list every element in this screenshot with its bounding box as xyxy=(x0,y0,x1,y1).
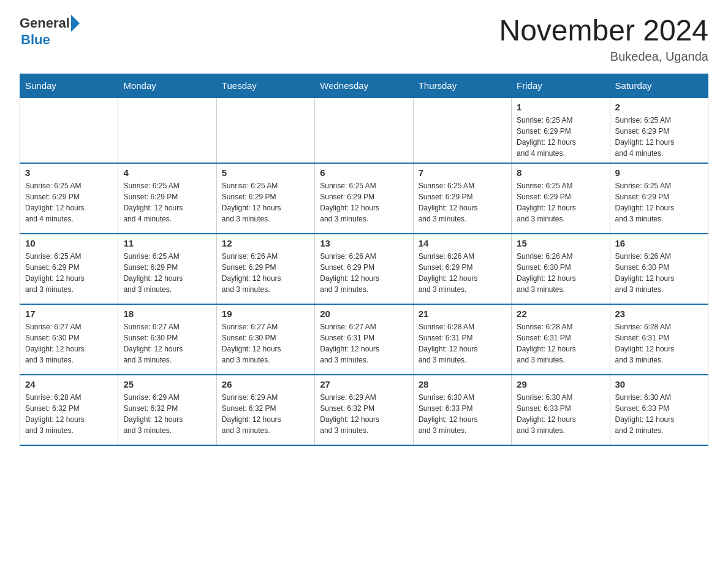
day-info: Sunrise: 6:26 AMSunset: 6:29 PMDaylight:… xyxy=(320,251,408,295)
calendar-cell: 7Sunrise: 6:25 AMSunset: 6:29 PMDaylight… xyxy=(413,163,511,234)
day-info: Sunrise: 6:27 AMSunset: 6:30 PMDaylight:… xyxy=(222,321,309,366)
calendar-cell: 22Sunrise: 6:28 AMSunset: 6:31 PMDayligh… xyxy=(512,304,610,375)
day-info: Sunrise: 6:28 AMSunset: 6:32 PMDaylight:… xyxy=(25,392,113,436)
col-saturday: Saturday xyxy=(610,74,708,98)
calendar-cell: 11Sunrise: 6:25 AMSunset: 6:29 PMDayligh… xyxy=(118,234,216,304)
day-info: Sunrise: 6:28 AMSunset: 6:31 PMDaylight:… xyxy=(419,321,506,366)
calendar-week-3: 10Sunrise: 6:25 AMSunset: 6:29 PMDayligh… xyxy=(20,234,708,304)
day-number: 4 xyxy=(123,167,211,178)
day-number: 9 xyxy=(615,167,703,178)
day-number: 1 xyxy=(517,102,604,112)
calendar-cell: 6Sunrise: 6:25 AMSunset: 6:29 PMDaylight… xyxy=(315,163,413,234)
day-info: Sunrise: 6:25 AMSunset: 6:29 PMDaylight:… xyxy=(615,115,703,159)
col-friday: Friday xyxy=(512,74,610,98)
calendar-cell xyxy=(315,98,413,163)
calendar-cell: 13Sunrise: 6:26 AMSunset: 6:29 PMDayligh… xyxy=(315,234,413,304)
day-info: Sunrise: 6:25 AMSunset: 6:29 PMDaylight:… xyxy=(25,251,113,295)
calendar-title: November 2024 xyxy=(499,15,708,47)
calendar-cell: 4Sunrise: 6:25 AMSunset: 6:29 PMDaylight… xyxy=(118,163,216,234)
day-info: Sunrise: 6:28 AMSunset: 6:31 PMDaylight:… xyxy=(517,321,604,366)
calendar-cell: 27Sunrise: 6:29 AMSunset: 6:32 PMDayligh… xyxy=(315,375,413,445)
day-info: Sunrise: 6:29 AMSunset: 6:32 PMDaylight:… xyxy=(123,392,211,436)
col-tuesday: Tuesday xyxy=(216,74,314,98)
day-info: Sunrise: 6:29 AMSunset: 6:32 PMDaylight:… xyxy=(320,392,408,436)
calendar-cell xyxy=(216,98,314,163)
day-info: Sunrise: 6:25 AMSunset: 6:29 PMDaylight:… xyxy=(517,180,604,224)
day-number: 27 xyxy=(320,379,408,389)
day-number: 23 xyxy=(615,308,703,319)
title-area: November 2024 Bukedea, Uganda xyxy=(499,15,708,64)
calendar-cell xyxy=(413,98,511,163)
day-info: Sunrise: 6:26 AMSunset: 6:30 PMDaylight:… xyxy=(615,251,703,295)
calendar-cell: 14Sunrise: 6:26 AMSunset: 6:29 PMDayligh… xyxy=(413,234,511,304)
day-number: 29 xyxy=(517,379,604,389)
day-info: Sunrise: 6:26 AMSunset: 6:30 PMDaylight:… xyxy=(517,251,604,295)
day-number: 18 xyxy=(123,308,211,319)
day-number: 10 xyxy=(25,238,113,248)
logo-general-text: General xyxy=(20,15,70,31)
calendar-week-4: 17Sunrise: 6:27 AMSunset: 6:30 PMDayligh… xyxy=(20,304,708,375)
calendar-cell: 8Sunrise: 6:25 AMSunset: 6:29 PMDaylight… xyxy=(512,163,610,234)
day-number: 28 xyxy=(419,379,506,389)
day-number: 13 xyxy=(320,238,408,248)
calendar-cell: 30Sunrise: 6:30 AMSunset: 6:33 PMDayligh… xyxy=(610,375,708,445)
calendar-table: Sunday Monday Tuesday Wednesday Thursday… xyxy=(20,74,708,446)
day-info: Sunrise: 6:26 AMSunset: 6:29 PMDaylight:… xyxy=(419,251,506,295)
day-info: Sunrise: 6:25 AMSunset: 6:29 PMDaylight:… xyxy=(517,115,604,159)
page-header: General Blue November 2024 Bukedea, Ugan… xyxy=(20,15,708,64)
day-info: Sunrise: 6:25 AMSunset: 6:29 PMDaylight:… xyxy=(25,180,113,224)
col-wednesday: Wednesday xyxy=(315,74,413,98)
calendar-cell: 1Sunrise: 6:25 AMSunset: 6:29 PMDaylight… xyxy=(512,98,610,163)
calendar-cell: 9Sunrise: 6:25 AMSunset: 6:29 PMDaylight… xyxy=(610,163,708,234)
day-info: Sunrise: 6:28 AMSunset: 6:31 PMDaylight:… xyxy=(615,321,703,366)
calendar-cell: 18Sunrise: 6:27 AMSunset: 6:30 PMDayligh… xyxy=(118,304,216,375)
calendar-location: Bukedea, Uganda xyxy=(499,50,708,64)
day-info: Sunrise: 6:25 AMSunset: 6:29 PMDaylight:… xyxy=(320,180,408,224)
logo-blue-text: Blue xyxy=(21,32,80,48)
day-number: 15 xyxy=(517,238,604,248)
calendar-cell: 10Sunrise: 6:25 AMSunset: 6:29 PMDayligh… xyxy=(20,234,118,304)
calendar-week-1: 1Sunrise: 6:25 AMSunset: 6:29 PMDaylight… xyxy=(20,98,708,163)
day-info: Sunrise: 6:25 AMSunset: 6:29 PMDaylight:… xyxy=(222,180,309,224)
col-thursday: Thursday xyxy=(413,74,511,98)
day-info: Sunrise: 6:25 AMSunset: 6:29 PMDaylight:… xyxy=(419,180,506,224)
day-number: 7 xyxy=(419,167,506,178)
calendar-cell: 16Sunrise: 6:26 AMSunset: 6:30 PMDayligh… xyxy=(610,234,708,304)
day-number: 6 xyxy=(320,167,408,178)
calendar-cell: 29Sunrise: 6:30 AMSunset: 6:33 PMDayligh… xyxy=(512,375,610,445)
calendar-week-2: 3Sunrise: 6:25 AMSunset: 6:29 PMDaylight… xyxy=(20,163,708,234)
day-info: Sunrise: 6:30 AMSunset: 6:33 PMDaylight:… xyxy=(517,392,604,436)
day-info: Sunrise: 6:27 AMSunset: 6:31 PMDaylight:… xyxy=(320,321,408,366)
day-number: 22 xyxy=(517,308,604,319)
day-number: 2 xyxy=(615,102,703,112)
day-info: Sunrise: 6:25 AMSunset: 6:29 PMDaylight:… xyxy=(615,180,703,224)
calendar-cell: 24Sunrise: 6:28 AMSunset: 6:32 PMDayligh… xyxy=(20,375,118,445)
logo-triangle-icon xyxy=(71,15,80,32)
calendar-cell: 26Sunrise: 6:29 AMSunset: 6:32 PMDayligh… xyxy=(216,375,314,445)
calendar-header-row: Sunday Monday Tuesday Wednesday Thursday… xyxy=(20,74,708,98)
day-info: Sunrise: 6:27 AMSunset: 6:30 PMDaylight:… xyxy=(25,321,113,366)
day-number: 19 xyxy=(222,308,309,319)
calendar-cell: 28Sunrise: 6:30 AMSunset: 6:33 PMDayligh… xyxy=(413,375,511,445)
day-number: 20 xyxy=(320,308,408,319)
col-sunday: Sunday xyxy=(20,74,118,98)
calendar-cell: 15Sunrise: 6:26 AMSunset: 6:30 PMDayligh… xyxy=(512,234,610,304)
day-number: 30 xyxy=(615,379,703,389)
day-info: Sunrise: 6:25 AMSunset: 6:29 PMDaylight:… xyxy=(123,251,211,295)
day-info: Sunrise: 6:26 AMSunset: 6:29 PMDaylight:… xyxy=(222,251,309,295)
day-number: 24 xyxy=(25,379,113,389)
calendar-cell xyxy=(118,98,216,163)
calendar-cell: 19Sunrise: 6:27 AMSunset: 6:30 PMDayligh… xyxy=(216,304,314,375)
calendar-cell: 5Sunrise: 6:25 AMSunset: 6:29 PMDaylight… xyxy=(216,163,314,234)
day-number: 26 xyxy=(222,379,309,389)
calendar-cell: 20Sunrise: 6:27 AMSunset: 6:31 PMDayligh… xyxy=(315,304,413,375)
day-info: Sunrise: 6:30 AMSunset: 6:33 PMDaylight:… xyxy=(419,392,506,436)
calendar-week-5: 24Sunrise: 6:28 AMSunset: 6:32 PMDayligh… xyxy=(20,375,708,445)
calendar-cell: 21Sunrise: 6:28 AMSunset: 6:31 PMDayligh… xyxy=(413,304,511,375)
calendar-cell: 17Sunrise: 6:27 AMSunset: 6:30 PMDayligh… xyxy=(20,304,118,375)
day-number: 5 xyxy=(222,167,309,178)
day-number: 21 xyxy=(419,308,506,319)
calendar-cell xyxy=(20,98,118,163)
day-info: Sunrise: 6:30 AMSunset: 6:33 PMDaylight:… xyxy=(615,392,703,436)
calendar-cell: 25Sunrise: 6:29 AMSunset: 6:32 PMDayligh… xyxy=(118,375,216,445)
